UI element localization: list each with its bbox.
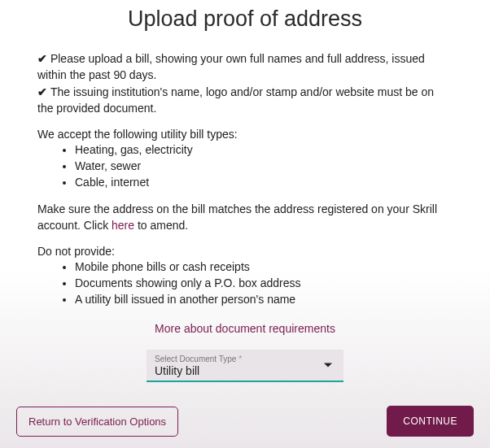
requirement-2-text: The issuing institution's name, logo and… (37, 85, 434, 115)
list-item: Cable, internet (75, 175, 453, 191)
list-item: Heating, gas, electricity (75, 142, 453, 159)
requirement-1: ✔ Please upload a bill, showing your own… (37, 51, 453, 83)
more-info-link[interactable]: More about document requirements (37, 322, 453, 335)
list-item: Water, sewer (75, 159, 453, 175)
return-button[interactable]: Return to Verification Options (16, 407, 178, 437)
accept-heading: We accept the following utility bill typ… (37, 128, 453, 141)
chevron-down-icon (324, 363, 332, 368)
select-value: Utility bill (155, 364, 335, 377)
select-label: Select Document Type * (155, 354, 335, 363)
list-item: Mobile phone bills or cash receipts (75, 259, 453, 276)
match-text-part1: Make sure the address on the bill matche… (37, 202, 437, 232)
check-icon: ✔ (37, 85, 50, 98)
document-type-select[interactable]: Select Document Type * Utility bill (147, 350, 343, 382)
amend-link[interactable]: here (112, 219, 134, 232)
do-not-list: Mobile phone bills or cash receipts Docu… (37, 259, 453, 307)
do-not-heading: Do not provide: (37, 245, 453, 258)
list-item: Documents showing only a P.O. box addres… (75, 276, 453, 292)
check-icon: ✔ (37, 52, 50, 65)
match-address-text: Make sure the address on the bill matche… (37, 202, 453, 233)
page-title: Upload proof of address (37, 7, 453, 32)
requirement-2: ✔ The issuing institution's name, logo a… (37, 85, 453, 116)
continue-button[interactable]: CONTINUE (387, 406, 474, 437)
footer: Return to Verification Options CONTINUE (0, 406, 490, 437)
requirement-1-text: Please upload a bill, showing your own f… (37, 52, 425, 81)
match-text-part2: to amend. (134, 219, 188, 232)
required-mark: * (238, 354, 242, 363)
select-label-text: Select Document Type (155, 354, 236, 363)
accept-list: Heating, gas, electricity Water, sewer C… (37, 142, 453, 190)
list-item: A utility bill issued in another person'… (75, 292, 453, 308)
